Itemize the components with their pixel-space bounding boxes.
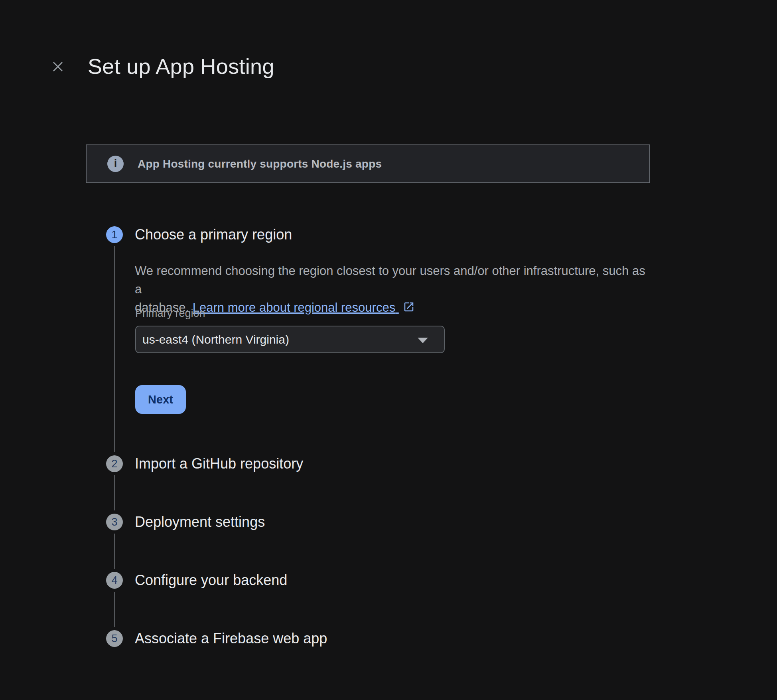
selected-region-value: us-east4 (Northern Virginia): [142, 333, 289, 346]
step-2-number-badge: 2: [106, 455, 123, 472]
step-2-title: Import a GitHub repository: [135, 455, 303, 473]
stepper-connector: [114, 592, 115, 627]
external-link-icon[interactable]: [403, 301, 415, 313]
step-3-title: Deployment settings: [135, 513, 265, 531]
primary-region-select[interactable]: us-east4 (Northern Virginia): [135, 326, 445, 353]
step-3-number-badge: 3: [106, 514, 123, 530]
description-line-1: We recommend choosing the region closest…: [135, 264, 645, 296]
info-banner: i App Hosting currently supports Node.js…: [86, 144, 650, 183]
page-title: Set up App Hosting: [88, 54, 274, 78]
close-icon: [51, 60, 65, 73]
step-5-number-badge: 5: [106, 630, 123, 647]
setup-app-hosting-dialog: Set up App Hosting i App Hosting current…: [0, 0, 777, 700]
stepper-connector: [114, 246, 115, 452]
step-4-title: Configure your backend: [135, 571, 287, 589]
learn-more-link[interactable]: Learn more about regional resources: [193, 301, 395, 314]
chevron-down-icon: [418, 338, 428, 343]
step-5-title: Associate a Firebase web app: [135, 630, 327, 647]
stepper-connector: [114, 475, 115, 510]
step-1-number-badge: 1: [106, 226, 123, 243]
info-banner-text: App Hosting currently supports Node.js a…: [138, 158, 382, 170]
stepper-connector: [114, 534, 115, 569]
step-1-title: Choose a primary region: [135, 226, 292, 243]
next-button[interactable]: Next: [135, 385, 186, 414]
link-trailing-space: [395, 301, 399, 314]
primary-region-label: Primary region: [135, 307, 205, 320]
step-4-number-badge: 4: [106, 572, 123, 589]
close-button[interactable]: [49, 58, 66, 75]
info-icon: i: [107, 156, 124, 172]
step-1-description: We recommend choosing the region closest…: [135, 262, 645, 317]
